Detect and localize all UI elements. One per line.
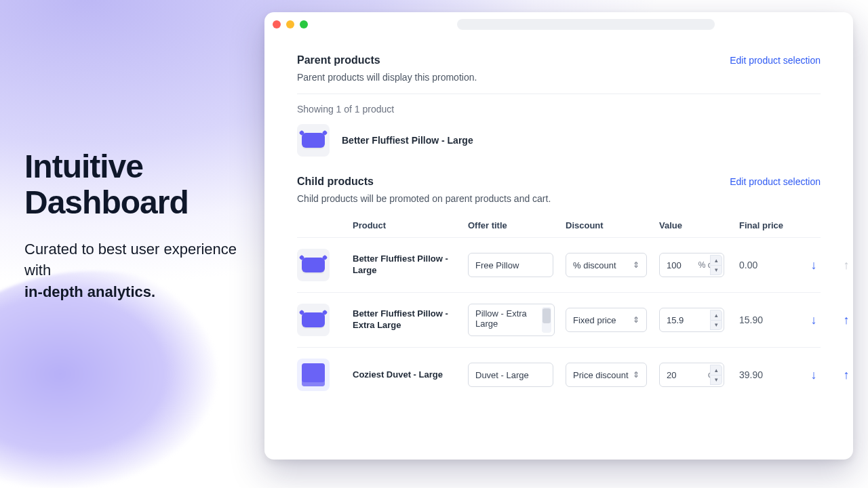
promo-sub-text: Curated to best user experience with xyxy=(24,241,237,279)
product-thumb xyxy=(297,249,330,281)
parent-title: Parent products xyxy=(297,54,380,66)
child-row: Better Fluffiest Pillow - Large % discou… xyxy=(297,237,821,292)
col-discount: Discount xyxy=(566,220,652,230)
minimize-icon[interactable] xyxy=(286,20,294,28)
value-number: 20 xyxy=(667,370,686,380)
caret-icon: ⇕ xyxy=(633,370,639,380)
promo-text: Intuitive Dashboard Curated to best user… xyxy=(24,149,241,303)
move-down-button[interactable]: ↓ xyxy=(804,365,823,384)
offer-title-text: Pillow - Extra Large xyxy=(475,308,539,329)
arrow-down-icon: ↓ xyxy=(811,313,817,327)
caret-icon: ⇕ xyxy=(633,315,639,325)
value-stepper[interactable]: 100 % off ▴ ▾ xyxy=(659,253,724,277)
col-value: Value xyxy=(659,220,732,230)
window-titlebar xyxy=(264,12,853,37)
move-up-button[interactable]: ↑ xyxy=(837,310,853,329)
grid-header: Product Offer title Discount Value Final… xyxy=(297,211,821,237)
close-icon[interactable] xyxy=(273,20,281,28)
pillow-icon xyxy=(302,312,325,327)
parent-product-row: Better Fluffiest Pillow - Large xyxy=(297,124,821,157)
headline-line2: Dashboard xyxy=(24,184,189,220)
value-number: 100 xyxy=(667,260,686,270)
spinner: ▴ ▾ xyxy=(710,310,722,330)
promo-sub: Curated to best user experience with in-… xyxy=(24,239,241,304)
product-thumb xyxy=(297,124,330,157)
final-price: 0.00 xyxy=(739,260,797,270)
parent-section-header: Parent products Edit product selection xyxy=(297,54,821,66)
discount-select[interactable]: % discount ⇕ xyxy=(566,253,647,277)
col-offer: Offer title xyxy=(468,220,559,230)
arrow-up-icon: ↑ xyxy=(844,313,850,327)
child-product-name: Better Fluffiest Pillow - Extra Large xyxy=(353,308,461,331)
move-up-button[interactable]: ↑ xyxy=(837,365,853,384)
step-down-button[interactable]: ▾ xyxy=(710,375,722,386)
child-desc: Child products will be promoted on paren… xyxy=(297,193,821,204)
step-down-button[interactable]: ▾ xyxy=(710,321,722,331)
zoom-icon[interactable] xyxy=(300,20,308,28)
offer-title-input[interactable] xyxy=(468,253,553,277)
parent-count: Showing 1 of 1 product xyxy=(297,104,821,115)
pillow-icon xyxy=(302,133,325,148)
promo-headline: Intuitive Dashboard xyxy=(24,149,241,221)
app-window: Parent products Edit product selection P… xyxy=(264,12,853,460)
child-product-name: Better Fluffiest Pillow - Large xyxy=(353,253,461,277)
window-content: Parent products Edit product selection P… xyxy=(264,37,853,418)
pillow-icon xyxy=(302,258,325,272)
product-thumb xyxy=(297,359,330,391)
final-price: 15.90 xyxy=(739,314,797,325)
child-row: Coziest Duvet - Large Price discount ⇕ 2… xyxy=(297,347,821,402)
discount-value: Price discount xyxy=(573,370,629,380)
col-product: Product xyxy=(353,220,461,230)
step-up-button[interactable]: ▴ xyxy=(710,365,722,375)
parent-product-name: Better Fluffiest Pillow - Large xyxy=(342,135,473,146)
col-final: Final price xyxy=(739,220,797,230)
child-grid: Product Offer title Discount Value Final… xyxy=(297,211,821,402)
offer-title-input[interactable] xyxy=(468,363,553,387)
divider xyxy=(297,94,821,94)
parent-desc: Parent products will display this promot… xyxy=(297,72,821,83)
discount-select[interactable]: Price discount ⇕ xyxy=(566,363,647,387)
product-thumb xyxy=(297,304,330,336)
arrow-down-icon: ↓ xyxy=(811,258,817,272)
arrow-up-icon: ↑ xyxy=(844,368,850,382)
offer-title-input[interactable]: Pillow - Extra Large xyxy=(468,304,555,336)
discount-value: Fixed price xyxy=(573,315,616,325)
final-price: 39.90 xyxy=(739,369,797,380)
move-down-button[interactable]: ↓ xyxy=(804,310,823,329)
value-stepper[interactable]: 20 off ▴ ▾ xyxy=(659,363,724,387)
value-number: 15.9 xyxy=(667,315,686,325)
move-up-button: ↑ xyxy=(837,256,853,274)
arrow-up-icon: ↑ xyxy=(844,258,850,272)
step-down-button[interactable]: ▾ xyxy=(710,266,722,276)
discount-select[interactable]: Fixed price ⇕ xyxy=(566,308,647,332)
edit-child-selection-link[interactable]: Edit product selection xyxy=(730,176,821,187)
traffic-lights xyxy=(273,20,308,28)
child-product-name: Coziest Duvet - Large xyxy=(353,369,461,381)
child-title: Child products xyxy=(297,176,374,188)
child-row: Better Fluffiest Pillow - Extra Large Pi… xyxy=(297,292,821,347)
duvet-icon xyxy=(302,363,325,386)
step-up-button[interactable]: ▴ xyxy=(710,255,722,266)
promo-sub-bold: in-depth analytics. xyxy=(24,283,155,300)
spinner: ▴ ▾ xyxy=(710,255,722,275)
step-up-button[interactable]: ▴ xyxy=(710,310,722,321)
caret-icon: ⇕ xyxy=(633,260,639,270)
move-down-button[interactable]: ↓ xyxy=(804,256,823,274)
spinner: ▴ ▾ xyxy=(710,365,722,385)
child-section-header: Child products Edit product selection xyxy=(297,176,821,188)
arrow-down-icon: ↓ xyxy=(811,368,817,382)
scrollbar-thumb[interactable] xyxy=(542,308,551,323)
value-stepper[interactable]: 15.9 ▴ ▾ xyxy=(659,308,724,332)
address-bar[interactable] xyxy=(457,19,715,30)
discount-value: % discount xyxy=(573,260,616,270)
headline-line1: Intuitive xyxy=(24,148,143,184)
edit-parent-selection-link[interactable]: Edit product selection xyxy=(730,55,821,66)
